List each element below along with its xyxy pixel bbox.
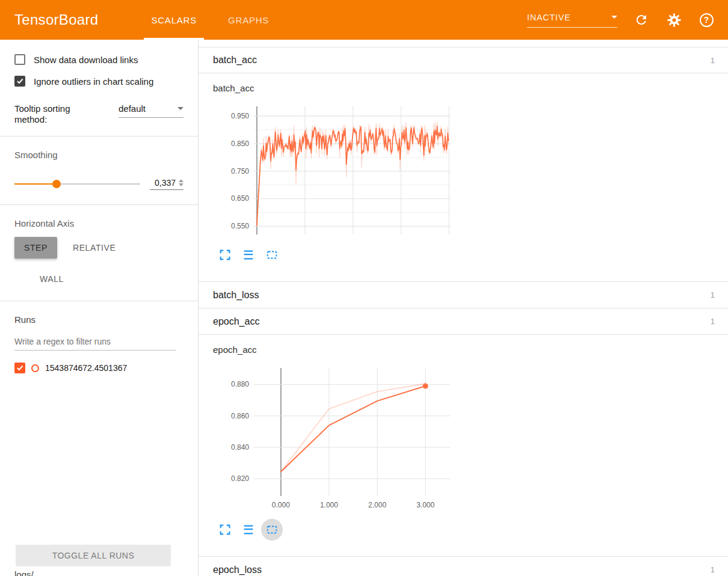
run-list-item[interactable]: 1543874672.4501367 — [14, 363, 184, 373]
category-count: 1 — [711, 317, 715, 326]
smoothing-label: Smoothing — [14, 150, 184, 160]
smoothing-value: 0,337 — [155, 178, 176, 188]
check-icon — [16, 364, 24, 372]
category-title: epoch_loss — [213, 565, 262, 575]
category-count: 1 — [711, 290, 715, 299]
help-icon[interactable]: ? — [698, 11, 715, 28]
axis-step-button[interactable]: STEP — [14, 237, 57, 259]
tooltip-sorting-value: default — [119, 103, 146, 114]
chart-card-epoch-acc: epoch_acc 0.8200.8400.8600.8800.0001.000… — [199, 335, 728, 557]
svg-text:0.750: 0.750 — [231, 167, 249, 176]
log-scale-button[interactable] — [238, 244, 259, 266]
svg-text:2.000: 2.000 — [368, 501, 386, 509]
tab-graphs[interactable]: GRAPHS — [212, 0, 285, 40]
run-group-label: logs/ — [14, 569, 34, 576]
fit-domain-button[interactable] — [261, 519, 283, 541]
horizontal-axis-label: Horizontal Axis — [14, 218, 184, 228]
run-checkbox[interactable] — [14, 363, 25, 373]
refresh-icon[interactable] — [633, 11, 650, 28]
svg-text:0.880: 0.880 — [231, 380, 249, 388]
ignore-outliers-label: Ignore outliers in chart scaling — [34, 76, 153, 87]
smoothing-slider-fill — [14, 183, 57, 185]
download-links-checkbox[interactable] — [14, 54, 25, 65]
spinner-up-icon[interactable] — [179, 179, 184, 182]
download-links-row[interactable]: Show data download links — [14, 54, 184, 65]
chart-title: batch_acc — [213, 83, 728, 93]
runs-filter-input[interactable] — [14, 332, 176, 351]
category-title: batch_acc — [213, 55, 257, 66]
scalars-dashboard: batch_acc 1 batch_acc 0.5500.6500.7500.8… — [199, 40, 728, 576]
smoothing-value-input[interactable]: 0,337 — [150, 178, 184, 190]
category-epoch-acc[interactable]: epoch_acc 1 — [199, 308, 728, 335]
chevron-down-icon — [611, 16, 617, 19]
svg-text:0.840: 0.840 — [231, 443, 249, 452]
fit-domain-icon — [265, 523, 279, 536]
run-color-swatch[interactable] — [31, 364, 39, 372]
category-count: 1 — [711, 56, 715, 65]
tab-scalars[interactable]: SCALARS — [135, 0, 212, 40]
download-links-label: Show data download links — [34, 55, 138, 65]
fullscreen-icon — [218, 523, 232, 536]
toggle-all-runs-button[interactable]: TOGGLE ALL RUNS — [16, 545, 171, 566]
tab-scalars-label: SCALARS — [151, 15, 197, 25]
fit-domain-button[interactable] — [261, 244, 283, 266]
axis-wall-button[interactable]: WALL — [30, 268, 73, 290]
svg-text:0.950: 0.950 — [231, 112, 249, 120]
fit-domain-icon — [265, 248, 279, 262]
help-icon-glyph: ? — [700, 13, 714, 27]
category-epoch-loss[interactable]: epoch_loss 1 — [199, 557, 728, 576]
axis-relative-button[interactable]: RELATIVE — [63, 237, 125, 259]
spinner-down-icon[interactable] — [179, 183, 184, 186]
runs-label: Runs — [14, 314, 184, 325]
log-scale-icon — [242, 248, 255, 262]
tab-graphs-label: GRAPHS — [228, 15, 269, 25]
header-actions: INACTIVE — [527, 11, 715, 28]
app-title: TensorBoard — [14, 11, 98, 28]
ignore-outliers-checkbox[interactable] — [14, 76, 25, 87]
expand-chart-button[interactable] — [214, 244, 236, 266]
log-scale-icon — [242, 523, 255, 536]
chart-actions — [214, 244, 728, 266]
tooltip-sorting-label: Tooltip sorting method: — [14, 103, 93, 125]
smoothing-slider[interactable] — [14, 183, 140, 185]
epoch-acc-chart[interactable]: 0.8200.8400.8600.8800.0001.0002.0003.000 — [217, 363, 452, 512]
svg-text:0.820: 0.820 — [231, 474, 249, 483]
expand-chart-button[interactable] — [214, 519, 236, 541]
category-count: 1 — [711, 565, 715, 574]
svg-text:3.000: 3.000 — [416, 501, 434, 509]
smoothing-slider-thumb[interactable] — [52, 180, 61, 188]
ignore-outliers-row[interactable]: Ignore outliers in chart scaling — [14, 76, 184, 87]
number-spinner[interactable] — [179, 179, 184, 186]
check-icon — [16, 77, 24, 85]
chart-title: epoch_acc — [213, 345, 728, 355]
chevron-down-icon — [177, 107, 184, 110]
status-select-value: INACTIVE — [527, 13, 571, 22]
gear-icon[interactable] — [665, 11, 682, 28]
svg-text:0.550: 0.550 — [231, 222, 249, 230]
app-header: TensorBoard SCALARS GRAPHS INACTIVE — [0, 0, 728, 40]
svg-text:0.860: 0.860 — [231, 412, 249, 420]
batch-acc-chart[interactable]: 0.5500.6500.7500.8500.950 — [217, 102, 452, 237]
svg-text:0.650: 0.650 — [231, 194, 249, 203]
chart-card-batch-acc: batch_acc 0.5500.6500.7500.8500.950 — [199, 73, 728, 282]
status-select[interactable]: INACTIVE — [527, 13, 617, 28]
fullscreen-icon — [218, 248, 232, 262]
tooltip-sorting-select[interactable]: default — [119, 103, 184, 118]
run-name: 1543874672.4501367 — [45, 363, 127, 373]
category-batch-acc[interactable]: batch_acc 1 — [199, 47, 728, 73]
sidebar: Show data download links Ignore outliers… — [0, 40, 199, 576]
svg-text:1.000: 1.000 — [320, 501, 338, 509]
svg-text:0.000: 0.000 — [272, 501, 290, 509]
category-title: epoch_acc — [213, 316, 259, 327]
svg-text:0.850: 0.850 — [231, 139, 249, 148]
chart-actions — [214, 519, 728, 541]
nav-tabs: SCALARS GRAPHS — [135, 0, 285, 40]
category-batch-loss[interactable]: batch_loss 1 — [199, 282, 728, 308]
category-title: batch_loss — [213, 290, 259, 301]
log-scale-button[interactable] — [238, 519, 259, 541]
